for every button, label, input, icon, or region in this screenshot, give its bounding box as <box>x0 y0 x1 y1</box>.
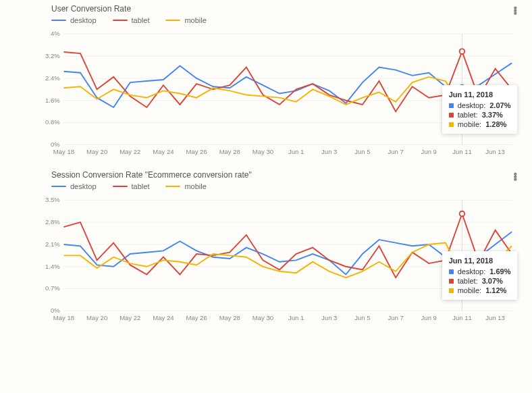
chart-title: Session Conversion Rate "Ecommerce conve… <box>51 170 521 180</box>
svg-text:May 24: May 24 <box>153 314 174 321</box>
legend-swatch-mobile <box>165 20 180 22</box>
legend-swatch-desktop <box>51 186 66 188</box>
svg-text:Jun 7: Jun 7 <box>388 314 403 321</box>
svg-text:May 28: May 28 <box>219 148 240 155</box>
svg-text:May 30: May 30 <box>252 314 273 321</box>
svg-text:1.4%: 1.4% <box>45 263 60 270</box>
svg-text:2.8%: 2.8% <box>45 218 60 226</box>
svg-text:0%: 0% <box>51 140 60 148</box>
tooltip-row: desktop: 2.07% <box>449 101 511 109</box>
legend-swatch-tablet <box>113 20 128 22</box>
tooltip-row: tablet: 3.07% <box>449 277 511 285</box>
tooltip-series: desktop: <box>458 101 486 109</box>
tooltip-date: Jun 11, 2018 <box>449 257 511 265</box>
svg-text:3.2%: 3.2% <box>45 52 60 59</box>
legend-label: desktop <box>70 182 97 190</box>
tooltip-row: desktop: 1.69% <box>449 267 511 276</box>
svg-text:May 22: May 22 <box>119 314 140 321</box>
legend-swatch-mobile <box>165 186 180 188</box>
square-icon <box>449 103 454 108</box>
tooltip-date: Jun 11, 2018 <box>449 90 511 99</box>
svg-text:May 20: May 20 <box>86 148 107 155</box>
svg-text:0.8%: 0.8% <box>45 118 60 126</box>
svg-text:3.5%: 3.5% <box>45 196 60 203</box>
tooltip-row: mobile: 1.28% <box>449 120 511 128</box>
svg-text:Jun 9: Jun 9 <box>421 314 437 321</box>
legend-item-desktop[interactable]: desktop <box>51 16 97 24</box>
svg-text:0%: 0% <box>51 307 60 314</box>
square-icon <box>449 113 454 117</box>
tooltip-value: 1.28% <box>485 120 506 128</box>
svg-text:4%: 4% <box>51 30 60 37</box>
svg-text:Jun 9: Jun 9 <box>421 148 437 155</box>
legend: desktop tablet mobile <box>51 182 521 190</box>
legend-swatch-desktop <box>51 20 66 22</box>
legend-label: tablet <box>132 16 150 24</box>
square-icon <box>449 279 454 284</box>
legend-item-desktop[interactable]: desktop <box>51 182 97 190</box>
square-icon <box>449 122 454 127</box>
svg-text:Jun 5: Jun 5 <box>354 148 370 155</box>
tooltip-value: 1.12% <box>485 286 506 294</box>
tooltip-row: mobile: 1.12% <box>449 286 511 294</box>
square-icon <box>449 269 454 274</box>
panel-menu-button[interactable]: ••• <box>513 7 517 15</box>
svg-text:May 26: May 26 <box>186 148 207 155</box>
svg-text:May 28: May 28 <box>219 314 240 321</box>
chart-title: User Conversion Rate <box>51 4 521 14</box>
chart-tooltip: Jun 11, 2018 desktop: 1.69% tablet: 3.07… <box>442 251 518 300</box>
tooltip-value: 1.69% <box>489 267 510 276</box>
svg-text:Jun 5: Jun 5 <box>354 314 370 321</box>
svg-text:Jun 1: Jun 1 <box>288 314 304 321</box>
svg-text:May 18: May 18 <box>53 148 74 155</box>
svg-text:May 24: May 24 <box>153 148 174 155</box>
tooltip-series: mobile: <box>458 120 481 128</box>
legend-label: desktop <box>70 16 97 24</box>
chart-tooltip: Jun 11, 2018 desktop: 2.07% tablet: 3.37… <box>442 85 518 134</box>
square-icon <box>449 288 454 293</box>
legend-item-mobile[interactable]: mobile <box>165 182 206 190</box>
legend-label: mobile <box>184 16 206 24</box>
svg-text:May 22: May 22 <box>119 148 140 155</box>
chart-area[interactable]: 0%0.8%1.6%2.4%3.2%4%May 18May 20May 22Ma… <box>42 27 516 162</box>
legend-label: mobile <box>184 182 206 190</box>
legend-item-mobile[interactable]: mobile <box>165 16 206 24</box>
tooltip-series: desktop: <box>458 267 486 276</box>
svg-text:Jun 3: Jun 3 <box>321 148 337 155</box>
chart-area[interactable]: 0%0.7%1.4%2.1%2.8%3.5%May 18May 20May 22… <box>42 193 516 328</box>
panel-menu-button[interactable]: ••• <box>513 173 517 181</box>
svg-text:Jun 1: Jun 1 <box>288 148 304 155</box>
tooltip-series: mobile: <box>458 286 481 294</box>
svg-text:Jun 3: Jun 3 <box>321 314 337 321</box>
svg-text:May 20: May 20 <box>86 314 107 321</box>
svg-text:Jun 11: Jun 11 <box>452 148 472 155</box>
svg-text:Jun 13: Jun 13 <box>485 314 505 321</box>
svg-text:Jun 11: Jun 11 <box>452 314 472 321</box>
svg-text:Jun 13: Jun 13 <box>485 148 505 155</box>
dashboard-page: ••• User Conversion Rate desktop tablet … <box>0 0 532 393</box>
hover-marker-tablet <box>460 49 465 54</box>
svg-text:1.6%: 1.6% <box>45 97 60 104</box>
svg-text:May 26: May 26 <box>186 314 207 321</box>
hover-marker-tablet <box>460 211 465 217</box>
tooltip-series: tablet: <box>458 277 478 285</box>
tooltip-value: 2.07% <box>489 101 510 109</box>
panel-session-conversion: ••• Session Conversion Rate "Ecommerce c… <box>11 170 521 328</box>
panel-user-conversion: ••• User Conversion Rate desktop tablet … <box>11 4 521 162</box>
legend-swatch-tablet <box>113 186 128 188</box>
tooltip-value: 3.37% <box>482 111 503 119</box>
svg-text:0.7%: 0.7% <box>45 284 60 292</box>
legend: desktop tablet mobile <box>51 16 521 24</box>
legend-label: tablet <box>132 182 150 190</box>
svg-text:Jun 7: Jun 7 <box>388 148 403 155</box>
legend-item-tablet[interactable]: tablet <box>113 182 150 190</box>
tooltip-value: 3.07% <box>482 277 503 285</box>
legend-item-tablet[interactable]: tablet <box>113 16 150 24</box>
svg-text:2.4%: 2.4% <box>45 74 60 82</box>
svg-text:2.1%: 2.1% <box>45 240 60 248</box>
svg-text:May 18: May 18 <box>53 314 74 321</box>
tooltip-series: tablet: <box>458 111 478 119</box>
svg-text:May 30: May 30 <box>252 148 273 155</box>
tooltip-row: tablet: 3.37% <box>449 111 511 119</box>
